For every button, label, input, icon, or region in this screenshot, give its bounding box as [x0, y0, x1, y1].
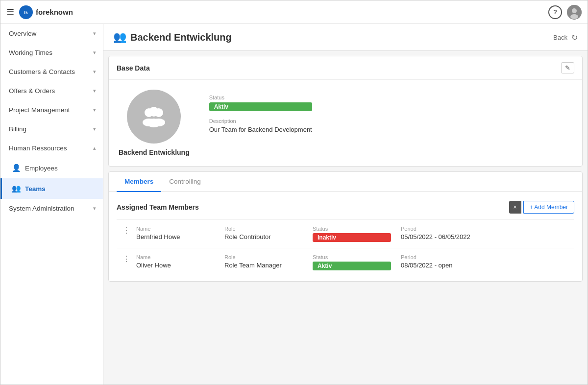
- logo-icon: fk: [19, 5, 33, 19]
- sidebar-item-overview[interactable]: Overview ▾: [0, 24, 103, 43]
- status-label: Status: [313, 254, 391, 260]
- back-button[interactable]: Back: [553, 34, 567, 41]
- page-title: 👥 Backend Entwicklung: [113, 31, 232, 44]
- sidebar-item-billing[interactable]: Billing ▾: [0, 120, 103, 139]
- team-details: Status Aktiv Description Our Team for Ba…: [209, 90, 312, 133]
- description-value: Our Team for Backend Development: [209, 126, 312, 133]
- member-period-field: Period 08/05/2022 - open: [401, 254, 479, 270]
- sidebar-item-teams-label: Teams: [25, 185, 46, 192]
- member-name-field: Name Oliver Howe: [136, 254, 215, 270]
- status-label: Status: [209, 95, 312, 100]
- member-role-field: Role Role Contributor: [224, 226, 303, 242]
- sidebar-item-employees-label: Employees: [25, 165, 58, 172]
- sidebar-item-working-times-label: Working Times: [9, 49, 52, 56]
- sidebar-item-customers-label: Customers & Contacts: [9, 68, 75, 75]
- team-avatar: [127, 90, 181, 144]
- refresh-button[interactable]: ↻: [571, 33, 578, 42]
- chevron-down-icon: ▾: [93, 88, 96, 94]
- chevron-down-icon: ▾: [93, 107, 96, 113]
- teams-header-icon: 👥: [113, 31, 126, 44]
- sidebar-item-sysadmin[interactable]: System Administration ▾: [0, 199, 103, 218]
- sidebar-item-hr-label: Human Ressources: [9, 144, 67, 152]
- sidebar-item-sysadmin-label: System Administration: [9, 205, 74, 212]
- row-menu-icon[interactable]: ⋮: [117, 254, 136, 264]
- topbar: ☰ fk foreknown ?: [0, 0, 588, 24]
- user-avatar[interactable]: [567, 5, 582, 20]
- app-name: foreknown: [36, 8, 73, 16]
- table-row: ⋮ Name Bernfried Howe Role Role Contribu…: [117, 219, 574, 248]
- members-header: Assigned Team Members × + Add Member: [117, 197, 574, 219]
- row-menu-icon[interactable]: ⋮: [117, 226, 136, 235]
- role-value: Role Contributor: [224, 233, 303, 241]
- content-area: 👥 Backend Entwicklung Back ↻ Base Data ✎: [103, 24, 588, 385]
- edit-button[interactable]: ✎: [561, 62, 574, 73]
- period-value: 08/05/2022 - open: [401, 262, 479, 269]
- members-title: Assigned Team Members: [117, 203, 199, 211]
- status-detail: Status Aktiv: [209, 95, 312, 111]
- status-badge: Aktiv: [313, 262, 391, 270]
- status-badge: Inaktiv: [313, 233, 391, 242]
- topbar-left: ☰ fk foreknown: [6, 5, 73, 19]
- member-period-field: Period 05/05/2022 - 06/05/2022: [401, 226, 479, 242]
- sidebar: Overview ▾ Working Times ▾ Customers & C…: [0, 24, 103, 385]
- hamburger-menu[interactable]: ☰: [6, 7, 14, 18]
- description-label: Description: [209, 118, 312, 124]
- sidebar-item-customers[interactable]: Customers & Contacts ▾: [0, 62, 103, 81]
- team-avatar-section: Backend Entwicklung: [119, 90, 190, 156]
- sidebar-item-projects[interactable]: Project Management ▾: [0, 100, 103, 120]
- base-data-section: Base Data ✎: [108, 56, 583, 167]
- sidebar-item-offers[interactable]: Offers & Orders ▾: [0, 81, 103, 100]
- chevron-down-icon: ▾: [93, 49, 96, 56]
- svg-text:fk: fk: [24, 10, 28, 15]
- status-badge: Aktiv: [209, 102, 312, 111]
- sidebar-item-employees[interactable]: 👤 Employees: [0, 158, 103, 178]
- members-actions: × + Add Member: [509, 201, 574, 214]
- svg-point-7: [149, 107, 159, 117]
- period-label: Period: [401, 226, 479, 232]
- base-data-content: Backend Entwicklung Status Aktiv Descrip…: [109, 80, 582, 166]
- description-detail: Description Our Team for Backend Develop…: [209, 118, 312, 133]
- section-title: Base Data: [117, 64, 150, 72]
- role-label: Role: [224, 254, 303, 260]
- person-icon: 👤: [12, 164, 21, 172]
- member-name-field: Name Bernfried Howe: [136, 226, 215, 242]
- chevron-down-icon: ▾: [93, 126, 96, 132]
- role-value: Role Team Manager: [224, 262, 303, 269]
- svg-point-4: [570, 14, 578, 19]
- tab-members[interactable]: Members: [117, 172, 161, 192]
- period-value: 05/05/2022 - 06/05/2022: [401, 233, 479, 241]
- help-button[interactable]: ?: [548, 5, 562, 19]
- svg-point-10: [146, 119, 162, 127]
- period-label: Period: [401, 254, 479, 260]
- sidebar-item-hr[interactable]: Human Ressources ▴: [0, 139, 103, 158]
- member-status-field: Status Aktiv: [313, 254, 391, 270]
- section-header: Base Data ✎: [109, 56, 582, 80]
- main-layout: Overview ▾ Working Times ▾ Customers & C…: [0, 24, 588, 385]
- chevron-down-icon: ▾: [93, 30, 96, 37]
- sidebar-item-overview-label: Overview: [9, 30, 36, 37]
- content-inner: Base Data ✎: [103, 56, 588, 287]
- tabs-container: Members Controlling Assigned Team Member…: [108, 171, 583, 282]
- name-value: Bernfried Howe: [136, 233, 215, 241]
- name-value: Oliver Howe: [136, 262, 215, 269]
- status-label: Status: [313, 226, 391, 232]
- member-status-field: Status Inaktiv: [313, 226, 391, 242]
- members-section: Assigned Team Members × + Add Member ⋮: [109, 192, 582, 281]
- sidebar-item-offers-label: Offers & Orders: [9, 87, 55, 95]
- add-member-button[interactable]: + Add Member: [523, 201, 574, 214]
- name-label: Name: [136, 254, 215, 260]
- app-logo: fk foreknown: [19, 5, 73, 19]
- sidebar-item-working-times[interactable]: Working Times ▾: [0, 43, 103, 62]
- member-fields: Name Oliver Howe Role Role Team Manager …: [136, 254, 574, 270]
- team-avatar-icon: [139, 102, 169, 131]
- svg-point-3: [572, 8, 577, 13]
- name-label: Name: [136, 226, 215, 232]
- content-actions: Back ↻: [553, 33, 578, 42]
- table-row: ⋮ Name Oliver Howe Role Role Team Manage…: [117, 248, 574, 276]
- sidebar-item-teams[interactable]: 👥 Teams: [0, 178, 103, 199]
- collapse-button[interactable]: ×: [509, 201, 521, 214]
- teams-icon: 👥: [12, 184, 21, 193]
- content-header: 👥 Backend Entwicklung Back ↻: [103, 24, 588, 51]
- tab-controlling[interactable]: Controlling: [161, 172, 209, 192]
- member-role-field: Role Role Team Manager: [224, 254, 303, 270]
